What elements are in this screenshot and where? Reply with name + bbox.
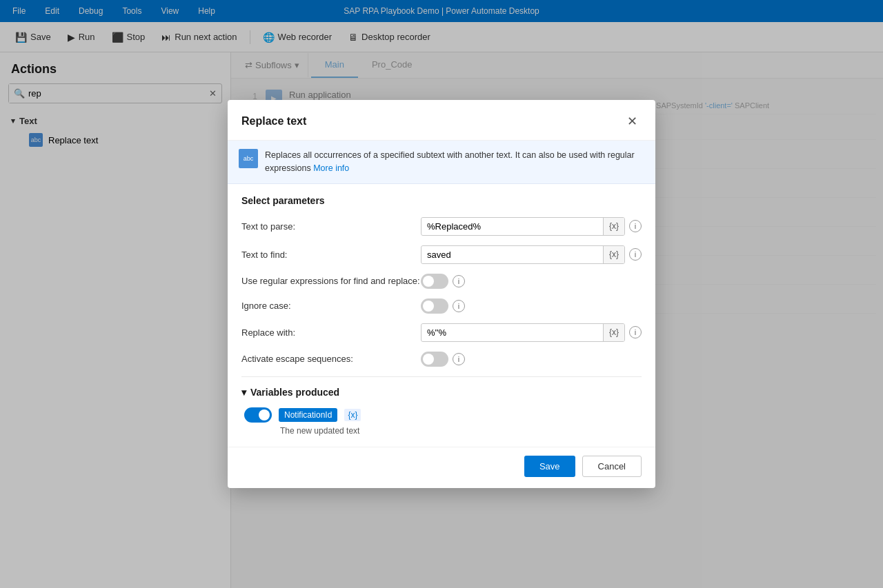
text-to-find-row: Text to find: {x} i [241, 245, 642, 264]
variable-description: The new updated text [280, 426, 359, 436]
text-to-find-var-button[interactable]: {x} [603, 246, 624, 263]
more-info-link[interactable]: More info [313, 163, 349, 173]
activate-escape-input-wrap: i [421, 352, 642, 367]
use-regex-label: Use regular expressions for find and rep… [241, 276, 421, 286]
section-title: Select parameters [241, 195, 642, 206]
variable-curly-badge: {x} [344, 409, 361, 421]
modal-footer: Save Cancel [228, 447, 655, 488]
replace-with-info-icon[interactable]: i [629, 326, 642, 338]
ignore-case-slider [421, 298, 448, 314]
text-to-parse-input-container: {x} [421, 217, 625, 236]
text-to-find-label: Text to find: [241, 250, 421, 260]
ignore-case-info-icon[interactable]: i [453, 300, 465, 312]
use-regex-row: Use regular expressions for find and rep… [241, 274, 642, 289]
ignore-case-input-wrap: i [421, 298, 642, 314]
modal-info-text: Replaces all occurrences of a specified … [265, 149, 644, 175]
variables-chevron-icon: ▾ [241, 387, 246, 398]
replace-with-input-container: {x} [421, 323, 625, 342]
replace-with-label: Replace with: [241, 327, 421, 338]
variable-name-badge[interactable]: NotificationId [279, 408, 337, 422]
use-regex-slider [421, 274, 448, 289]
variable-slider [244, 407, 272, 423]
variable-row: NotificationId {x} [241, 407, 642, 423]
replace-with-input[interactable] [421, 324, 603, 341]
modal-title: Replace text [241, 115, 306, 128]
text-to-find-input-wrap: {x} i [421, 245, 642, 264]
modal-cancel-button[interactable]: Cancel [582, 456, 642, 477]
modal-info-banner: abc Replaces all occurrences of a specif… [228, 141, 655, 184]
modal-info-icon: abc [239, 149, 258, 168]
activate-escape-toggle[interactable] [421, 352, 448, 367]
text-to-parse-var-button[interactable]: {x} [603, 218, 624, 235]
modal-save-button[interactable]: Save [524, 456, 575, 477]
text-to-parse-row: Text to parse: {x} i [241, 217, 642, 236]
activate-escape-info-icon[interactable]: i [453, 353, 465, 365]
activate-escape-row: Activate escape sequences: i [241, 352, 642, 367]
variables-header[interactable]: ▾ Variables produced [241, 387, 642, 398]
modal-header: Replace text ✕ [228, 100, 655, 141]
ignore-case-label: Ignore case: [241, 301, 421, 311]
replace-text-modal: Replace text ✕ abc Replaces all occurren… [228, 100, 655, 488]
use-regex-toggle[interactable] [421, 274, 448, 289]
modal-body: Select parameters Text to parse: {x} i T… [228, 184, 655, 447]
ignore-case-toggle[interactable] [421, 298, 448, 314]
text-to-find-info-icon[interactable]: i [629, 248, 642, 261]
replace-with-var-button[interactable]: {x} [603, 324, 624, 341]
modal-overlay: Replace text ✕ abc Replaces all occurren… [0, 0, 883, 588]
text-to-parse-input[interactable] [421, 218, 603, 235]
use-regex-info-icon[interactable]: i [453, 275, 465, 287]
replace-with-input-wrap: {x} i [421, 323, 642, 342]
variable-toggle[interactable] [244, 407, 272, 423]
text-to-parse-input-wrap: {x} i [421, 217, 642, 236]
variables-section: ▾ Variables produced NotificationId {x} … [241, 376, 642, 436]
replace-with-row: Replace with: {x} i [241, 323, 642, 342]
use-regex-input-wrap: i [421, 274, 642, 289]
ignore-case-row: Ignore case: i [241, 298, 642, 314]
activate-escape-label: Activate escape sequences: [241, 354, 421, 364]
text-to-find-input-container: {x} [421, 245, 625, 264]
text-to-parse-label: Text to parse: [241, 221, 421, 232]
modal-close-button[interactable]: ✕ [623, 111, 642, 132]
text-to-parse-info-icon[interactable]: i [629, 220, 642, 232]
text-to-find-input[interactable] [421, 246, 603, 263]
activate-escape-slider [421, 352, 448, 367]
